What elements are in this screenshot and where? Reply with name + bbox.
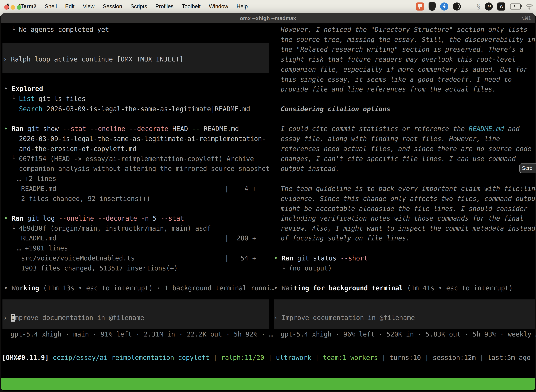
terminal-line: provide file and line references from th… [281, 84, 496, 94]
terminal-line: references need actual files, and since … [281, 144, 531, 154]
terminal-line: 2026-03-09-is-legal-the-same-as-legitima… [19, 134, 266, 144]
terminal-line: gpt-5.4 xhigh · main · 91% left · 2.31M … [10, 329, 273, 339]
terminal-line: slight risk that future readers may over… [281, 54, 516, 65]
omx-turns: turns:10 [389, 354, 421, 361]
terminal-line: └ 4b9d30f (origin/main, instructkr/main,… [11, 223, 211, 233]
window-title: omx --xhigh --madmax [0, 13, 536, 23]
separator: | [476, 354, 488, 361]
terminal-line: └ (no output) [281, 263, 332, 273]
terminal-line: › Improve documentation in @filename [3, 313, 144, 323]
omx-ralph-count: ralph:11/20 [221, 354, 264, 361]
separator: | [311, 354, 323, 361]
menubar-status-area: § ..61 A [416, 0, 533, 13]
menu-item-iterm2[interactable]: iTerm2 [19, 3, 36, 10]
terminal-line: the source tree, missing the essay. Stil… [281, 35, 535, 45]
terminal-line: └ List git ls-files [11, 94, 86, 104]
terminal-line: › Ralph loop active continue [OMX_TMUX_I… [3, 54, 183, 64]
tmux-window-label[interactable]: [omx-cczip0:bash* [3, 390, 69, 392]
terminal-line: review. Also, I might want to inspect th… [281, 223, 535, 233]
minimize-button[interactable] [10, 5, 15, 10]
squiggle-icon[interactable]: § [477, 3, 480, 10]
tmux-status-bar: [omx-cczip0:bash* "MacBook-Pro-44.local"… [1, 378, 535, 390]
shield-grid-icon[interactable] [429, 2, 436, 11]
terminal-line: • Ran git status --short [274, 253, 368, 263]
omx-team: team:1 workers [323, 354, 378, 361]
terminal-line: I could cite commit statistics or refere… [281, 124, 520, 134]
battery-icon[interactable] [510, 4, 521, 9]
terminal-line: … +1901 lines [17, 243, 68, 253]
dots-grid-icon[interactable] [465, 3, 472, 10]
menu-item-session[interactable]: Session [103, 3, 122, 10]
terminal-line: essay file, along with finding root file… [281, 134, 500, 144]
tree-connector-line [13, 219, 13, 223]
tree-connector-line [283, 258, 283, 263]
menu-item-window[interactable]: Window [209, 3, 228, 10]
omx-version: [OMX#0.11.9] [2, 354, 53, 361]
menu-item-scripts[interactable]: Scripts [130, 3, 147, 10]
terminal-line: Considering citation options [281, 104, 390, 114]
separator: | [421, 354, 433, 361]
screen: iTerm2 Shell Edit View Session Scripts P… [0, 0, 536, 392]
terminal-line: might be acceptable alongside the file l… [281, 204, 527, 214]
omx-mode: ultrawork [276, 354, 311, 361]
omx-path: cczip/essay/ai-reimplementation-copyleft [53, 354, 210, 361]
terminal-line: gpt-5.4 xhigh · 96% left · 520K in · 5.8… [281, 329, 536, 339]
terminal-line: and-the-erosion-of-copyleft.md [19, 144, 136, 154]
terminal-line: └ No agents completed yet [11, 25, 109, 35]
terminal-line: including verification notes with those … [281, 213, 523, 223]
menu-item-edit[interactable]: Edit [65, 3, 74, 10]
menu-item-profiles[interactable]: Profiles [155, 3, 173, 10]
terminal-line: However, I noticed the "Directory Struct… [281, 25, 527, 35]
terminal-line: evidence. Since this change only affects… [281, 194, 536, 204]
terminal-line: changes, I can't cite specific file line… [281, 154, 516, 164]
right-pane-bottom-border [273, 344, 535, 344]
terminal-line: › Improve documentation in @filename [274, 313, 415, 323]
keyboard-layout-icon[interactable]: A [497, 2, 505, 10]
omx-status-bar: [OMX#0.11.9] cczip/essay/ai-reimplementa… [2, 353, 531, 363]
terminal-line: the "Related research writing" section i… [281, 44, 523, 54]
terminal-line: • Working (11m 13s • esc to interrupt) ·… [4, 283, 274, 293]
screen-edge-tooltip[interactable]: Scre [519, 163, 536, 173]
crescent-icon[interactable] [453, 2, 461, 10]
omx-last: last:5m ago [488, 354, 531, 361]
pane-divider[interactable] [271, 24, 271, 344]
terminal-line: src/voice/voiceModeEnabled.ts | 54 + [21, 253, 256, 263]
terminal-line: this single essay, it seems like a good … [281, 75, 512, 84]
close-button[interactable] [4, 5, 9, 10]
terminal-line: 2 files changed, 92 insertions(+) [21, 194, 150, 204]
separator: | [210, 354, 221, 361]
terminal-line: Search 2026-03-09-is-legal-the-same-as-l… [19, 104, 250, 114]
zoom-button[interactable] [17, 5, 21, 10]
meter-icon[interactable]: ..61 [485, 2, 493, 10]
terminal-line: of focusing solely on file lines. [281, 233, 410, 243]
omx-session: session:12m [433, 354, 476, 361]
terminal-line: • Explored [4, 84, 43, 94]
terminal-line: • Ran git log --oneline --decorate -n 5 … [4, 213, 184, 223]
terminal-line: … +2 lines [17, 174, 56, 184]
terminal-line: README.md | 4 + [21, 184, 256, 194]
terminal-line: 1903 files changed, 513517 insertions(+) [21, 263, 178, 273]
terminal-line: output instead. [281, 164, 340, 174]
menu-item-view[interactable]: View [83, 3, 95, 10]
terminal-line: companion file, especially if more comme… [281, 65, 527, 75]
keynote-icon[interactable] [416, 2, 424, 10]
menu-item-shell[interactable]: Shell [45, 3, 57, 10]
left-pane-bottom-border [1, 344, 273, 344]
window-shortcut-badge: ⌥⌘1 [521, 13, 531, 23]
tree-connector-line [13, 89, 13, 94]
terminal-line: • Ran git show --stat --oneline --decora… [4, 124, 239, 134]
wifi-icon[interactable] [526, 4, 533, 10]
tree-connector-line [13, 20, 13, 25]
terminal-line: └ 067f154 (HEAD -> essay/ai-reimplementa… [11, 154, 254, 164]
separator: | [264, 354, 276, 361]
separator: | [378, 354, 390, 361]
terminal-line: README.md | 280 + [21, 233, 256, 243]
menubar: iTerm2 Shell Edit View Session Scripts P… [0, 0, 536, 13]
terminal-line: The team guideline is to back every impo… [281, 184, 536, 194]
terminal-line: • Waiting for background terminal (1m 41… [274, 283, 513, 293]
tree-connector-line [13, 134, 13, 154]
blue-bolt-icon[interactable] [440, 2, 448, 10]
menu-item-toolbelt[interactable]: Toolbelt [182, 3, 201, 10]
menu-item-help[interactable]: Help [237, 3, 248, 10]
terminal-line: companion analysis without altering the … [19, 164, 270, 174]
